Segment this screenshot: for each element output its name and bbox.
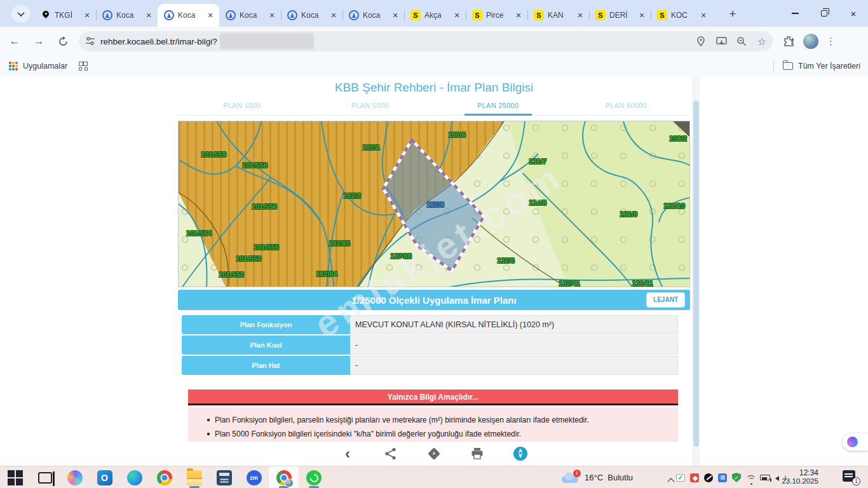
tab-close-icon[interactable]: × bbox=[452, 10, 462, 20]
tab-close-icon[interactable]: × bbox=[205, 10, 215, 20]
address-bar[interactable]: rehber.kocaeli.bel.tr/imar-bilgi? ☆ bbox=[79, 31, 773, 51]
browser-tab-kan[interactable]: SKAN× bbox=[527, 4, 589, 27]
site-info-icon[interactable] bbox=[85, 36, 95, 46]
chevron-down-icon bbox=[17, 10, 24, 17]
taskbar-edge[interactable] bbox=[119, 466, 149, 488]
scrollbar-thumb[interactable] bbox=[693, 100, 699, 447]
apps-shortcut[interactable]: Uygulamalar bbox=[23, 62, 67, 71]
tab-close-icon[interactable]: × bbox=[329, 10, 339, 20]
tray-blue-app-icon[interactable] bbox=[718, 473, 727, 482]
forward-button[interactable]: → bbox=[29, 32, 48, 51]
lejant-button[interactable]: LEJANT bbox=[646, 292, 685, 308]
tab-close-icon[interactable]: × bbox=[390, 10, 400, 20]
share-icon[interactable] bbox=[383, 445, 399, 462]
browser-tab-koca[interactable]: Koca× bbox=[281, 4, 342, 27]
taskbar: zm 1 16°C Bulutlu 12:34 23.10.2025 1 bbox=[0, 466, 868, 488]
browser-tab-koca[interactable]: Koca× bbox=[96, 4, 158, 27]
table-row: Plan Fonksiyon MEVCUT KONUT ALANI (KIRSA… bbox=[182, 315, 678, 334]
imar-plan-panel: KBB Şehir Rehberi - İmar Plan Bilgisi PL… bbox=[178, 76, 690, 466]
print-icon[interactable] bbox=[469, 445, 485, 462]
new-tab-button[interactable]: + bbox=[724, 6, 741, 23]
tab-title: KOC bbox=[671, 11, 698, 20]
copilot-icon bbox=[67, 470, 83, 485]
table-row: Plan Kısıt - bbox=[182, 336, 678, 355]
apps-grid-icon[interactable] bbox=[9, 62, 18, 71]
sahibinden-icon: S bbox=[410, 10, 421, 20]
browser-tab-koca[interactable]: Koca× bbox=[158, 4, 219, 27]
browser-tab-tkgi[interactable]: TKGİ× bbox=[34, 4, 96, 27]
zoom-out-icon[interactable] bbox=[735, 34, 749, 48]
tab-title: Akça bbox=[424, 11, 452, 20]
kocaeli-logo-icon[interactable] bbox=[512, 445, 529, 462]
extensions-icon[interactable] bbox=[782, 34, 796, 48]
reload-button[interactable] bbox=[53, 32, 72, 51]
url-text[interactable]: rehber.kocaeli.bel.tr/imar-bilgi? bbox=[100, 37, 217, 46]
tab-title: Koca bbox=[116, 11, 144, 20]
tab-plan-5000[interactable]: PLAN 5000 bbox=[306, 96, 435, 115]
tab-close-icon[interactable]: × bbox=[82, 10, 92, 20]
kocaeli-icon bbox=[164, 10, 174, 20]
page-scrollbar[interactable] bbox=[692, 76, 700, 466]
taskbar-calculator[interactable] bbox=[209, 466, 239, 488]
taskbar-start[interactable] bbox=[0, 466, 30, 488]
tab-close-icon[interactable]: × bbox=[637, 10, 647, 20]
browser-tab-koca[interactable]: Koca× bbox=[219, 4, 281, 27]
taskbar-whatsapp[interactable] bbox=[299, 466, 329, 488]
floating-extension-button[interactable] bbox=[843, 433, 868, 451]
kocaeli-icon bbox=[287, 10, 297, 20]
notification-center[interactable]: 1 bbox=[843, 470, 859, 484]
navigate-icon[interactable] bbox=[426, 445, 442, 462]
back-button[interactable]: ← bbox=[5, 32, 24, 51]
taskbar-copilot[interactable] bbox=[60, 466, 90, 488]
close-button[interactable]: × bbox=[839, 0, 868, 27]
tray-chevron-up-icon[interactable] bbox=[666, 475, 671, 480]
taskbar-clock[interactable]: 12:34 23.10.2025 bbox=[782, 469, 818, 485]
tab-close-icon[interactable]: × bbox=[144, 10, 154, 20]
browser-tab-deri[interactable]: SDERİ× bbox=[589, 4, 651, 27]
browser-tab-koca[interactable]: Koca× bbox=[342, 4, 404, 27]
taskbar-chrome-profile[interactable] bbox=[269, 466, 299, 488]
taskbar-outlook[interactable] bbox=[90, 466, 119, 488]
tray-checklist-icon[interactable] bbox=[676, 474, 685, 482]
outlook-icon bbox=[97, 470, 112, 485]
tab-close-icon[interactable]: × bbox=[698, 10, 709, 20]
tray-wifi-icon[interactable] bbox=[746, 474, 755, 482]
weather-widget[interactable]: 1 16°C Bulutlu bbox=[560, 472, 657, 484]
imar-plan-map[interactable]: 101/559101/558132/1132/2101/556101/55410… bbox=[178, 121, 690, 287]
tray-satellite-icon[interactable] bbox=[704, 473, 713, 482]
tab-close-icon[interactable]: × bbox=[575, 10, 585, 20]
bookmark-star-icon[interactable]: ☆ bbox=[755, 34, 769, 48]
tray-battery-icon[interactable] bbox=[760, 475, 770, 480]
tab-strip-tabs: TKGİ×Koca×Koca×Koca×Koca×Koca×SAkça×SPir… bbox=[34, 4, 712, 27]
browser-tab-pirce[interactable]: SPirce× bbox=[466, 4, 527, 27]
grid-bookmark-icon[interactable] bbox=[79, 62, 88, 71]
profile-avatar[interactable] bbox=[803, 34, 818, 49]
tab-plan-25000[interactable]: PLAN 25000 bbox=[434, 96, 562, 115]
minimize-button[interactable] bbox=[780, 0, 810, 27]
location-icon[interactable] bbox=[694, 34, 708, 48]
tray-red-app-icon[interactable] bbox=[690, 473, 699, 482]
map-nav-bar: ‹ bbox=[178, 442, 690, 466]
tab-title: Pirce bbox=[486, 11, 513, 20]
tray-defender-shield-icon[interactable] bbox=[732, 473, 741, 482]
install-icon[interactable] bbox=[714, 34, 728, 48]
note-item: Plan Fonksiyon bilgileri, parselin kesiş… bbox=[207, 416, 672, 424]
menu-icon[interactable]: ⋮ bbox=[826, 36, 836, 47]
kocaeli-icon bbox=[349, 10, 359, 20]
tab-plan-50000[interactable]: PLAN 50000 bbox=[562, 96, 691, 115]
browser-tab-koc[interactable]: SKOC× bbox=[651, 4, 712, 27]
tab-close-icon[interactable]: × bbox=[513, 10, 524, 20]
tab-close-icon[interactable]: × bbox=[267, 10, 277, 20]
all-bookmarks[interactable]: Tüm Yer İşaretleri bbox=[798, 62, 860, 71]
weather-badge: 1 bbox=[573, 470, 581, 477]
restore-button[interactable] bbox=[810, 0, 839, 27]
taskbar-task-view[interactable] bbox=[30, 466, 60, 488]
taskbar-zoom[interactable]: zm bbox=[239, 466, 269, 488]
taskbar-file-explorer[interactable] bbox=[179, 466, 209, 488]
browser-tab-aka[interactable]: SAkça× bbox=[404, 4, 466, 27]
tab-search-button[interactable] bbox=[11, 5, 31, 23]
back-chevron-icon[interactable]: ‹ bbox=[339, 445, 356, 462]
weather-condition: Bulutlu bbox=[607, 473, 633, 482]
taskbar-chrome[interactable] bbox=[149, 466, 179, 488]
tab-plan-1000[interactable]: PLAN 1000 bbox=[178, 96, 306, 115]
